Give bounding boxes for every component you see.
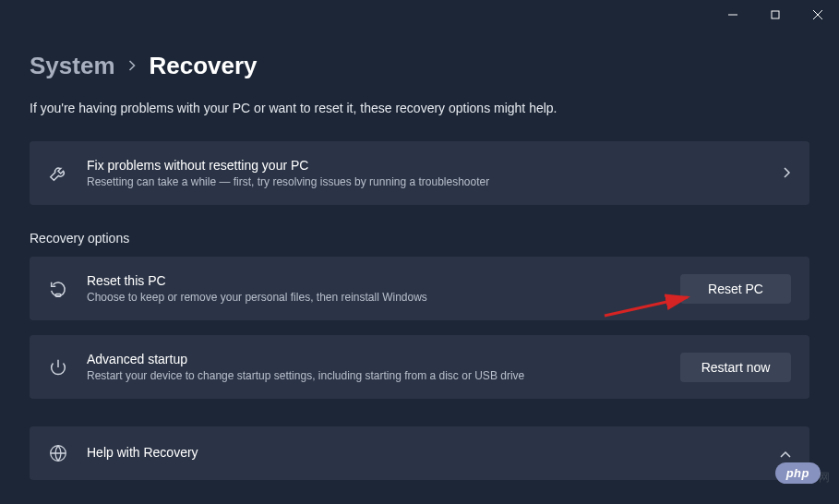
breadcrumb-parent[interactable]: System: [30, 52, 115, 80]
window-titlebar: [0, 0, 839, 30]
help-recovery-title: Help with Recovery: [87, 445, 761, 460]
help-recovery-card[interactable]: Help with Recovery: [30, 426, 809, 480]
reset-pc-title: Reset this PC: [87, 273, 662, 288]
php-badge: php: [775, 462, 821, 484]
breadcrumb-current: Recovery: [150, 52, 258, 80]
advanced-startup-title: Advanced startup: [87, 352, 662, 366]
intro-text: If you're having problems with your PC o…: [30, 101, 809, 115]
chevron-right-icon: [784, 165, 791, 182]
chevron-up-icon: [780, 445, 791, 462]
fix-problems-title: Fix problems without resetting your PC: [87, 158, 765, 173]
advanced-startup-card: Advanced startup Restart your device to …: [30, 335, 809, 399]
advanced-startup-sub: Restart your device to change startup se…: [87, 369, 662, 382]
breadcrumb: System Recovery: [30, 52, 809, 80]
reset-pc-card: Reset this PC Choose to keep or remove y…: [30, 257, 809, 320]
reset-pc-button[interactable]: Reset PC: [680, 274, 791, 304]
reset-icon: [48, 279, 68, 299]
svg-rect-1: [772, 11, 779, 18]
restart-now-button[interactable]: Restart now: [680, 353, 791, 382]
wrench-icon: [48, 163, 68, 184]
watermark-text: 网: [819, 470, 830, 486]
globe-help-icon: [48, 443, 68, 463]
maximize-button[interactable]: [754, 0, 797, 30]
fix-problems-card[interactable]: Fix problems without resetting your PC R…: [30, 141, 809, 205]
chevron-right-icon: [128, 58, 137, 74]
close-button[interactable]: [797, 0, 839, 30]
minimize-button[interactable]: [712, 0, 754, 30]
reset-pc-sub: Choose to keep or remove your personal f…: [87, 291, 662, 304]
section-header: Recovery options: [30, 231, 809, 246]
fix-problems-sub: Resetting can take a while — first, try …: [87, 175, 765, 188]
power-icon: [48, 357, 68, 378]
